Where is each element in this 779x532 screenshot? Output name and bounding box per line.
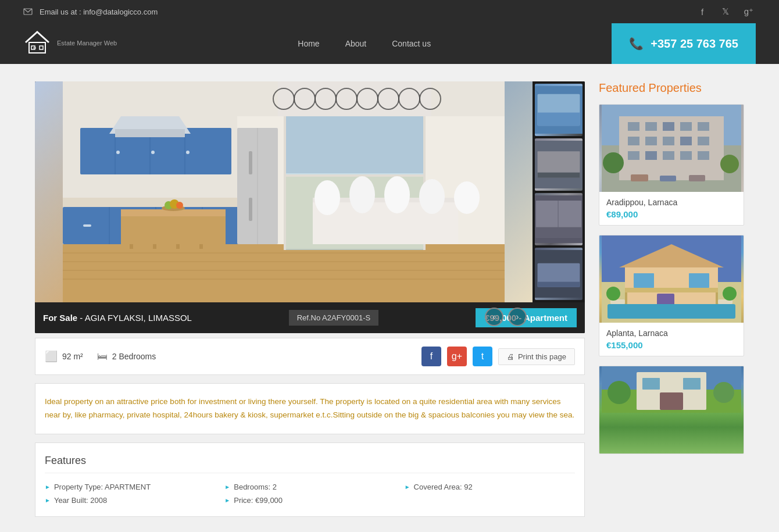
main-nav: Home About Contact us [285,23,444,64]
main-property-image[interactable] [35,81,533,302]
feature-price: ► Price: €99,000 [224,496,395,505]
featured-card-1-info: Aradippou, Larnaca €89,000 [599,192,744,225]
logo[interactable]: Estate Manager Web [23,30,117,58]
gallery-container: ‹ › For Sale - AGIA FYLAKSI, LIMASSOL Re… [35,81,585,333]
features-section: Features ► Property Type: APARTMENT ► Be… [35,442,585,517]
svg-rect-96 [645,151,657,160]
gallery-thumbnails [533,81,585,302]
svg-point-128 [713,382,734,403]
property-description: Ideal property on an attractive price bo… [35,383,585,434]
area-icon: ⬜ [45,350,58,363]
svg-rect-90 [628,137,639,145]
svg-rect-35 [176,244,180,249]
svg-rect-51 [278,81,431,116]
svg-rect-76 [536,227,581,238]
envelope-icon [23,7,33,16]
svg-rect-94 [698,137,709,145]
phone-button[interactable]: 📞 +357 25 763 765 [612,23,756,64]
building-svg-1 [599,105,744,192]
svg-rect-69 [538,113,580,126]
svg-rect-44 [249,198,252,221]
featured-card-2-info: Aplanta, Larnaca €155,000 [599,323,744,356]
featured-image-1 [599,105,744,192]
thumbnail-2[interactable] [535,138,583,191]
area-detail: ⬜ 92 m² [45,350,97,363]
facebook-share-button[interactable]: f [421,347,441,366]
arrow-icon: ► [45,484,51,490]
building-svg-3 [599,366,744,413]
details-bar: ⬜ 92 m² 🛏 2 Bedrooms f g+ t 🖨 Pri [35,338,585,375]
featured-title: Featured Properties [599,81,744,95]
description-text: Ideal property on an attractive price bo… [45,395,575,422]
thumbnail-1[interactable] [535,84,583,136]
arrow-icon: ► [45,497,51,504]
header: Estate Manager Web Home About Contact us… [0,23,779,64]
svg-rect-23 [63,198,243,207]
for-sale-tag: For Sale - AGIA FYLAKSI, LIMASSOL [43,313,192,323]
print-label: Print this page [518,352,566,361]
gplus-share-button[interactable]: g+ [447,347,467,366]
svg-rect-87 [663,122,674,131]
svg-rect-88 [680,122,692,131]
svg-rect-103 [660,176,676,181]
svg-point-20 [186,151,190,154]
svg-rect-91 [645,137,657,145]
svg-point-18 [116,151,120,154]
next-button[interactable]: › [508,308,527,326]
featured-location-2: Aplanta, Larnaca [606,329,737,338]
svg-point-120 [723,287,737,301]
house-icon [23,30,51,55]
nav-home[interactable]: Home [285,23,332,64]
logo-text: Estate Manager Web [57,39,117,48]
thumbnail-3[interactable] [535,193,583,245]
content-left: ‹ › For Sale - AGIA FYLAKSI, LIMASSOL Re… [35,81,585,517]
feature-year-built: ► Year Built: 2008 [45,496,215,505]
featured-image-2 [599,235,744,323]
email-label: Email us at : info@datalogicco.com [40,8,158,16]
svg-rect-43 [249,151,252,174]
svg-rect-92 [663,137,674,145]
for-sale-label: For Sale [43,313,77,323]
svg-rect-113 [625,288,718,292]
gplus-icon[interactable]: g⁺ [742,5,756,19]
featured-image-3 [599,366,744,454]
svg-point-40 [176,202,183,209]
bedrooms-value: 2 Bedrooms [112,352,156,361]
prev-button[interactable]: ‹ [485,308,503,326]
svg-point-119 [606,287,620,301]
svg-point-127 [608,381,631,404]
print-button[interactable]: 🖨 Print this page [498,348,575,365]
twitter-icon[interactable]: 𝕏 [719,5,732,19]
nav-contact[interactable]: Contact us [379,23,444,64]
svg-rect-125 [683,378,701,390]
featured-card-2[interactable]: Aplanta, Larnaca €155,000 [599,235,744,356]
svg-point-63 [349,176,375,213]
twitter-share-button[interactable]: t [473,347,492,366]
svg-rect-124 [642,378,660,390]
facebook-icon[interactable]: f [695,5,709,19]
features-title: Features [45,455,575,473]
sidebar: Featured Properties [599,81,744,517]
arrow-icon: ► [405,484,410,490]
gallery-main [35,81,585,302]
features-grid: ► Property Type: APARTMENT ► Bedrooms: 2… [45,483,575,505]
featured-card-3[interactable] [599,366,744,454]
svg-rect-112 [689,273,709,288]
nav-about[interactable]: About [333,23,380,64]
svg-rect-49 [286,107,423,173]
main-wrapper: ‹ › For Sale - AGIA FYLAKSI, LIMASSOL Re… [17,81,762,517]
property-location: - AGIA FYLAKSI, LIMASSOL [80,313,192,323]
phone-icon: 📞 [629,37,644,51]
kitchen-svg [35,81,533,302]
svg-rect-98 [680,151,692,160]
featured-price-2: €155,000 [606,340,737,350]
printer-icon: 🖨 [507,352,514,361]
svg-rect-95 [628,151,639,160]
arrow-icon: ► [224,497,230,504]
social-icons: f 𝕏 g⁺ [695,5,756,19]
gallery-nav: ‹ › [485,308,527,326]
tw-icon: t [481,351,484,362]
featured-card-1[interactable]: Aradippou, Larnaca €89,000 [599,104,744,226]
thumbnail-4[interactable] [535,248,583,300]
svg-point-66 [454,181,480,214]
